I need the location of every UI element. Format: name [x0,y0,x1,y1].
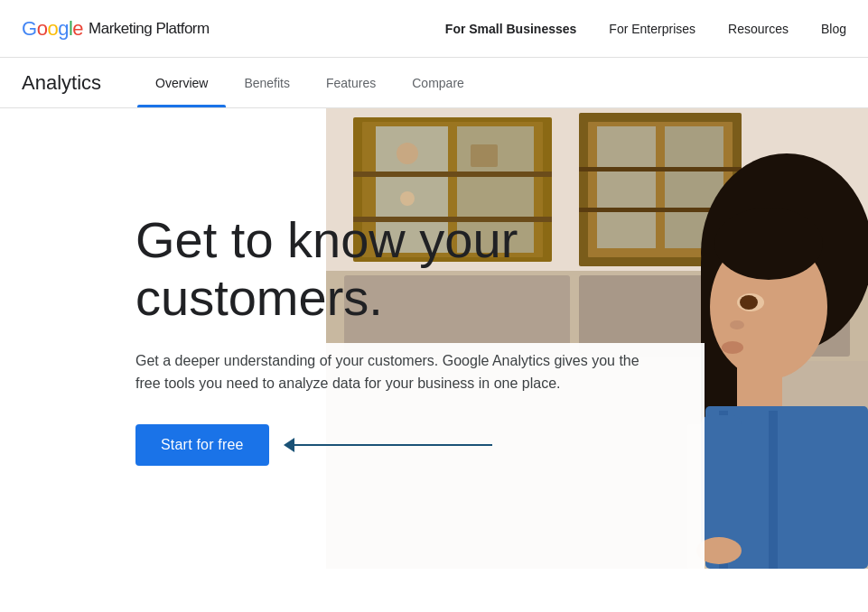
hero-subtext: Get a deeper understanding of your custo… [135,349,650,395]
cta-arrow [284,438,492,452]
top-nav-links: For Small Businesses For Enterprises Res… [445,22,846,36]
tab-features[interactable]: Features [308,58,394,107]
nav-small-businesses[interactable]: For Small Businesses [445,22,577,36]
svg-point-28 [730,320,744,329]
tab-compare[interactable]: Compare [394,58,482,107]
svg-rect-34 [701,415,742,551]
top-navigation: Google Marketing Platform For Small Busi… [0,0,868,58]
logo-o1: o [37,17,48,41]
logo-o2: o [47,17,58,41]
nav-enterprises[interactable]: For Enterprises [609,22,695,36]
nav-resources[interactable]: Resources [728,22,789,36]
svg-rect-33 [769,411,778,569]
svg-rect-30 [737,366,782,411]
logo-e: e [72,17,83,41]
start-for-free-button[interactable]: Start for free [135,424,269,466]
svg-point-29 [722,341,743,354]
hero-headline: Get to know your customers. [135,211,650,328]
svg-point-27 [740,295,758,310]
svg-point-25 [714,208,823,280]
hero-content: Get to know your customers. Get a deeper… [0,108,705,569]
cta-area: Start for free [135,424,650,466]
arrow-line [294,444,492,446]
analytics-title: Analytics [22,71,101,95]
nav-blog[interactable]: Blog [821,22,846,36]
sub-nav-tabs: Overview Benefits Features Compare [137,58,482,107]
logo-area: Google Marketing Platform [22,17,210,41]
google-logo: Google Marketing Platform [22,17,210,41]
tab-overview[interactable]: Overview [137,58,226,107]
logo-g2: g [58,17,69,41]
platform-name: Marketing Platform [89,20,210,38]
logo-g: G [22,17,37,41]
hero-section: Get to know your customers. Get a deeper… [0,108,868,569]
sub-navigation: Analytics Overview Benefits Features Com… [0,58,868,108]
tab-benefits[interactable]: Benefits [226,58,308,107]
